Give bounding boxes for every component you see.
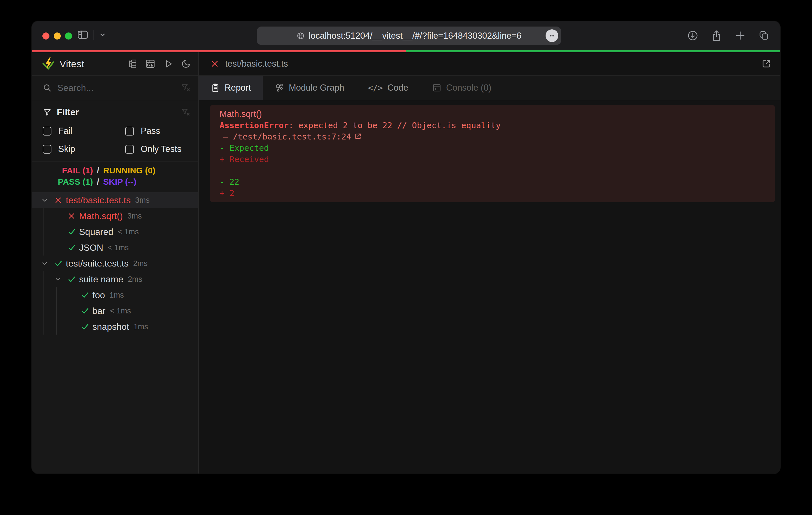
open-stack-in-editor-icon [354,132,362,140]
summary-fail-count: FAIL (1) [62,166,93,175]
pass-check-icon [67,275,77,284]
tree-row-test-suite-test-ts[interactable]: test/suite.test.ts2ms [32,255,198,271]
clear-search-filter-icon[interactable] [181,83,191,93]
filter-checkbox-pass[interactable]: Pass [125,126,191,136]
test-name: test/basic.test.ts [66,195,130,206]
assertion-error-line: AssertionError: expected 2 to be 22 // O… [220,120,765,131]
tab-label: Code [387,83,408,93]
diff-expected-value: - 22 [220,176,765,187]
indent-guide [43,240,44,255]
downloads-button[interactable] [687,30,699,41]
test-tree: test/basic.test.ts3msMath.sqrt()3msSquar… [32,191,198,474]
share-button[interactable] [710,30,722,41]
test-duration: 1ms [109,291,124,300]
tree-row-test-basic-test-ts[interactable]: test/basic.test.ts3ms [32,192,198,208]
stack-trace-line[interactable]: – /test/basic.test.ts:7:24 [220,131,765,142]
clear-filter-icon[interactable] [181,108,191,117]
fail-x-icon [67,212,77,220]
code-icon: </> [368,83,383,93]
expand-tree-icon[interactable] [127,59,138,69]
open-in-editor-icon[interactable] [761,58,772,69]
tree-row-squared[interactable]: Squared< 1ms [32,224,198,240]
view-tabs: ReportModule Graph</>CodeConsole (0) [199,76,780,100]
indent-guide [43,319,44,335]
tab-label: Console (0) [446,83,491,93]
sidebar-toggle-icon[interactable] [77,29,89,41]
test-duration: 3ms [135,196,149,205]
tree-row-math-sqrt[interactable]: Math.sqrt()3ms [32,208,198,224]
indent-guide [56,287,57,303]
indent-guide [43,303,44,319]
browser-window: localhost:51204/__vitest__/#/?file=16484… [32,21,780,474]
pass-check-icon [81,306,90,315]
test-duration: < 1ms [118,228,139,236]
fail-x-icon [54,196,64,205]
tree-row-json[interactable]: JSON< 1ms [32,240,198,255]
site-globe-icon [296,32,305,40]
test-duration: < 1ms [110,307,131,315]
pass-check-icon [81,291,90,300]
minimize-window-button[interactable] [54,32,61,39]
dashboard-icon[interactable] [145,59,155,69]
diff-received-label: + Received [220,154,765,165]
diff-expected-label: - Expected [220,142,765,154]
indent-guide [43,271,44,287]
tree-row-foo[interactable]: foo1ms [32,287,198,303]
checkbox-skip[interactable] [43,145,51,154]
search-input[interactable] [57,83,181,93]
filter-checkbox-only-tests[interactable]: Only Tests [125,144,191,154]
indent-guide [56,319,57,335]
tree-row-snapshot[interactable]: snapshot1ms [32,319,198,335]
tab-label: Report [225,83,251,93]
indent-guide [43,224,44,240]
checkbox-fail[interactable] [43,127,51,135]
search-icon [43,83,52,92]
tab-module-graph[interactable]: Module Graph [263,76,356,100]
address-bar[interactable]: localhost:51204/__vitest__/#/?file=16484… [257,27,561,45]
sidebar: Vitest [32,52,199,474]
run-all-tests-icon[interactable] [163,59,173,69]
indent-guide [43,287,44,303]
page-settings-button[interactable] [546,29,558,42]
test-name: Squared [79,227,113,237]
filter-funnel-icon [43,108,52,117]
main-panel: test/basic.test.ts ReportModule Graph</>… [199,52,780,474]
app-title: Vitest [60,58,84,69]
console-icon [432,83,442,93]
close-window-button[interactable] [42,32,50,39]
zoom-window-button[interactable] [65,32,72,39]
tab-overview-button[interactable] [758,30,770,41]
tab-group-chevron-icon[interactable] [98,30,107,39]
filter-checkbox-fail[interactable]: Fail [43,126,125,136]
report-content: Math.sqrt() AssertionError: expected 2 t… [199,100,780,474]
test-name: snapshot [92,322,129,332]
tree-row-suite-name[interactable]: suite name2ms [32,271,198,287]
test-name: suite name [79,274,123,284]
tab-console[interactable]: Console (0) [420,76,503,100]
collapse-chevron-icon[interactable] [54,275,67,283]
diff-received-value: + 2 [220,187,765,199]
test-duration: 3ms [127,212,142,220]
tab-label: Module Graph [289,83,344,93]
collapse-chevron-icon[interactable] [41,196,54,204]
summary-skip-count: SKIP (--) [103,177,198,187]
progress-fail-segment [32,50,406,52]
test-summary: FAIL (1) / RUNNING (0) PASS (1) / SKIP (… [32,161,198,191]
failed-test-title: Math.sqrt() [220,109,765,120]
test-duration: < 1ms [108,243,128,252]
filter-checkbox-skip[interactable]: Skip [43,144,125,154]
tab-code[interactable]: </>Code [356,76,420,100]
new-tab-button[interactable] [734,30,746,41]
tab-report[interactable]: Report [199,76,263,100]
checkbox-pass[interactable] [125,127,134,135]
checkbox-only-tests[interactable] [125,145,134,154]
dark-mode-icon[interactable] [181,59,191,69]
filter-title: Filter [57,107,79,117]
collapse-chevron-icon[interactable] [41,260,54,267]
checkbox-label-only-tests: Only Tests [141,144,181,154]
pass-check-icon [81,322,90,331]
vitest-logo-icon [41,57,55,70]
browser-toolbar: localhost:51204/__vitest__/#/?file=16484… [32,21,780,50]
pass-check-icon [54,259,64,268]
tree-row-bar[interactable]: bar< 1ms [32,303,198,319]
